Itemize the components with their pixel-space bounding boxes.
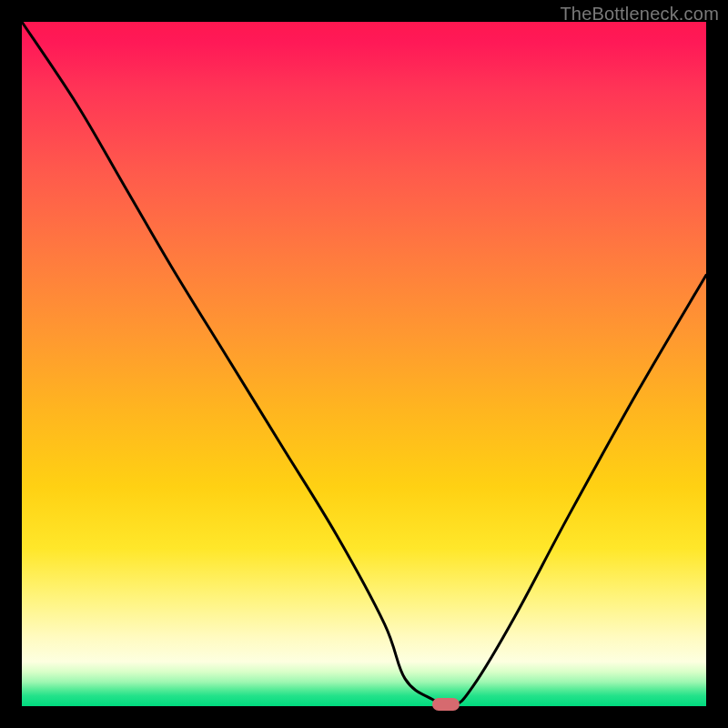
chart-frame: TheBottleneck.com [0, 0, 728, 728]
watermark-text: TheBottleneck.com [560, 4, 719, 25]
bottleneck-curve [22, 22, 706, 706]
optimum-marker [432, 698, 460, 711]
